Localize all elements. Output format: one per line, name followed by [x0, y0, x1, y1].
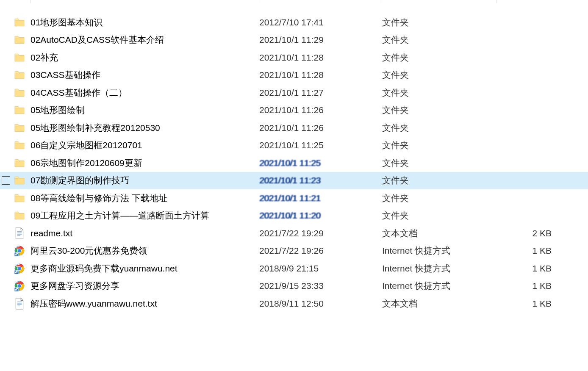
- folder-icon: [14, 52, 25, 64]
- file-date: 2018/9/9 21:15: [259, 263, 382, 274]
- file-name: 解压密码www.yuanmawu.net.txt: [31, 298, 259, 310]
- file-date: 2021/10/1 11:28: [259, 70, 382, 80]
- file-type: 文件夹: [382, 174, 496, 186]
- file-type: 文件夹: [382, 34, 496, 46]
- file-name: 阿里云30-200元优惠券免费领: [31, 245, 259, 257]
- folder-icon: [14, 157, 25, 169]
- file-type: 文件夹: [382, 192, 496, 204]
- file-name: 更多网盘学习资源分享: [31, 280, 259, 292]
- file-row[interactable]: 05地形图绘制 2021/10/1 11:26 文件夹: [0, 102, 588, 119]
- file-date: 2021/10/1 11:26: [259, 123, 382, 133]
- file-type: 文件夹: [382, 104, 496, 116]
- file-type: 文件夹: [382, 87, 496, 99]
- file-row[interactable]: 02补充 2021/10/1 11:28 文件夹: [0, 49, 588, 66]
- file-date: 2021/10/1 11:20: [259, 210, 382, 221]
- file-date: 2021/10/1 11:28: [259, 53, 382, 63]
- file-name: 09工程应用之土方计算——道路断面土方计算: [31, 210, 259, 221]
- folder-icon: [14, 210, 25, 221]
- file-row[interactable]: 阿里云30-200元优惠券免费领 2021/7/22 19:26 Interne…: [0, 242, 588, 260]
- folder-icon: [14, 104, 25, 116]
- file-list: 01地形图基本知识 2012/7/10 17:41 文件夹 02AutoCAD及…: [0, 3, 588, 313]
- file-date: 2021/10/1 11:27: [259, 88, 382, 98]
- file-row[interactable]: 04CASS基础操作（二） 2021/10/1 11:27 文件夹: [0, 84, 588, 102]
- file-date: 2021/9/15 23:33: [259, 281, 382, 291]
- file-date: 2018/9/11 12:50: [259, 299, 382, 309]
- file-date: 2021/10/1 11:21: [259, 193, 382, 203]
- file-row[interactable]: 09工程应用之土方计算——道路断面土方计算 2021/10/1 11:20 文件…: [0, 207, 588, 225]
- folder-icon: [14, 122, 25, 134]
- folder-icon: [14, 69, 25, 81]
- row-checkbox[interactable]: [2, 176, 10, 185]
- folder-icon: [14, 87, 25, 99]
- file-type: Internet 快捷方式: [382, 280, 496, 292]
- folder-icon: [14, 174, 25, 186]
- file-type: 文件夹: [382, 157, 496, 169]
- file-type: 文件夹: [382, 210, 496, 221]
- file-date: 2021/7/22 19:26: [259, 246, 382, 256]
- internet-shortcut-icon: [14, 280, 25, 292]
- file-name: readme.txt: [31, 228, 259, 238]
- file-size: 1 KB: [496, 246, 564, 256]
- file-type: 文本文档: [382, 298, 496, 310]
- file-name: 01地形图基本知识: [31, 17, 259, 28]
- file-name: 02AutoCAD及CASS软件基本介绍: [31, 34, 259, 46]
- file-name: 07勘测定界图的制作技巧: [31, 174, 259, 186]
- folder-icon: [14, 34, 25, 46]
- file-row[interactable]: 更多网盘学习资源分享 2021/9/15 23:33 Internet 快捷方式…: [0, 277, 588, 295]
- file-date: 2021/10/1 11:26: [259, 105, 382, 115]
- file-size: 1 KB: [496, 281, 564, 291]
- file-name: 08等高线绘制与修饰方法 下载地址: [31, 192, 259, 204]
- internet-shortcut-icon: [14, 263, 25, 274]
- file-type: 文件夹: [382, 122, 496, 134]
- file-type: 文件夹: [382, 52, 496, 64]
- file-type: 文件夹: [382, 17, 496, 28]
- file-date: 2021/10/1 11:29: [259, 35, 382, 45]
- file-row[interactable]: 01地形图基本知识 2012/7/10 17:41 文件夹: [0, 14, 588, 31]
- column-header-dividers: [0, 0, 588, 3]
- file-date: 2021/7/22 19:29: [259, 228, 382, 238]
- folder-icon: [14, 139, 25, 151]
- file-size: 1 KB: [496, 299, 564, 309]
- file-name: 06自定义宗地图框20120701: [31, 139, 259, 151]
- text-file-icon: [14, 227, 25, 239]
- file-name: 02补充: [31, 52, 259, 64]
- internet-shortcut-icon: [14, 245, 25, 257]
- file-row[interactable]: 06自定义宗地图框20120701 2021/10/1 11:25 文件夹: [0, 137, 588, 155]
- file-size: 1 KB: [496, 263, 564, 274]
- text-file-icon: [14, 298, 25, 310]
- file-type: Internet 快捷方式: [382, 263, 496, 274]
- file-type: 文本文档: [382, 227, 496, 239]
- file-name: 更多商业源码免费下载yuanmawu.net: [31, 263, 259, 274]
- file-size: 2 KB: [496, 228, 564, 238]
- file-date: 2021/10/1 11:23: [259, 175, 382, 186]
- file-date: 2012/7/10 17:41: [259, 17, 382, 28]
- file-row[interactable]: 06宗地图制作20120609更新 2021/10/1 11:25 文件夹: [0, 154, 588, 172]
- file-row[interactable]: 02AutoCAD及CASS软件基本介绍 2021/10/1 11:29 文件夹: [0, 31, 588, 49]
- file-row[interactable]: 05地形图绘制补充教程20120530 2021/10/1 11:26 文件夹: [0, 119, 588, 137]
- file-type: 文件夹: [382, 69, 496, 81]
- folder-icon: [14, 17, 25, 28]
- file-row[interactable]: 解压密码www.yuanmawu.net.txt 2018/9/11 12:50…: [0, 295, 588, 313]
- file-type: Internet 快捷方式: [382, 245, 496, 257]
- file-row[interactable]: 更多商业源码免费下载yuanmawu.net 2018/9/9 21:15 In…: [0, 260, 588, 277]
- file-name: 06宗地图制作20120609更新: [31, 157, 259, 169]
- file-name: 04CASS基础操作（二）: [31, 87, 259, 99]
- file-name: 05地形图绘制补充教程20120530: [31, 122, 259, 134]
- file-row[interactable]: readme.txt 2021/7/22 19:29 文本文档 2 KB: [0, 224, 588, 242]
- folder-icon: [14, 192, 25, 204]
- file-name: 03CASS基础操作: [31, 69, 259, 81]
- file-date: 2021/10/1 11:25: [259, 158, 382, 168]
- file-date: 2021/10/1 11:25: [259, 140, 382, 150]
- file-row[interactable]: 08等高线绘制与修饰方法 下载地址 2021/10/1 11:21 文件夹: [0, 189, 588, 207]
- file-type: 文件夹: [382, 139, 496, 151]
- file-row[interactable]: 07勘测定界图的制作技巧 2021/10/1 11:23 文件夹: [0, 172, 588, 190]
- file-row[interactable]: 03CASS基础操作 2021/10/1 11:28 文件夹: [0, 66, 588, 84]
- file-name: 05地形图绘制: [31, 104, 259, 116]
